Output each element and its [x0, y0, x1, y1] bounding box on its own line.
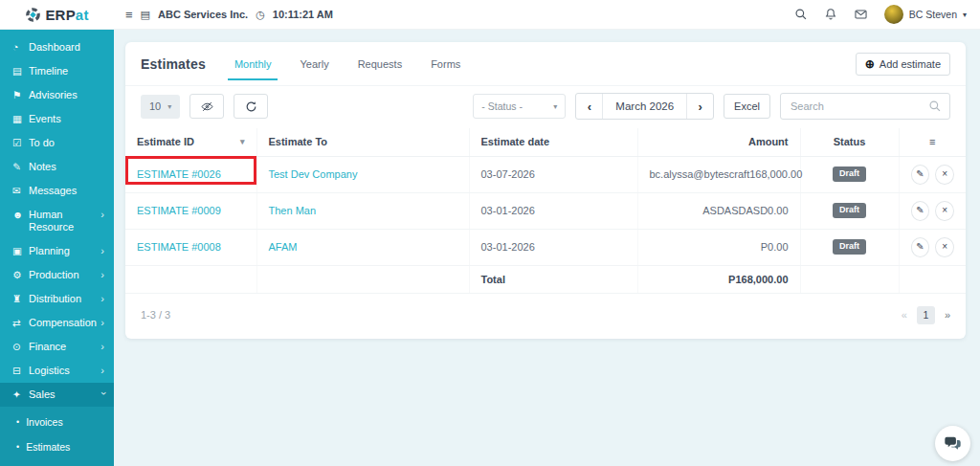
estimate-to-link[interactable]: AFAM	[269, 241, 298, 253]
page-size-select[interactable]: 10 ▾	[141, 95, 180, 119]
status-filter-value: - Status -	[481, 100, 523, 112]
user-menu[interactable]: BC Steven ▾	[884, 5, 967, 24]
estimate-id-link[interactable]: ESTIMATE #0008	[137, 241, 221, 253]
sidebar-subitem-estimates[interactable]: • Estimates	[0, 434, 114, 459]
sidebar-item-events[interactable]: ▦ Events	[0, 107, 114, 131]
estimate-id-link[interactable]: ESTIMATE #0026	[137, 168, 221, 180]
todo-checkbox-icon: ☑	[12, 137, 29, 149]
total-amount: P168,000.00	[637, 265, 800, 293]
table-row: ESTIMATE #0009 Then Man 03-01-2026 ASDAS…	[125, 192, 966, 229]
col-header-amount[interactable]: Amount	[637, 128, 800, 156]
sidebar-item-advisories[interactable]: ⚑ Advisories	[0, 83, 114, 107]
logo-gear-icon	[25, 7, 41, 23]
edit-button[interactable]: ✎	[911, 237, 930, 257]
sidebar-item-label: To do	[29, 137, 107, 149]
col-header-estimate-id[interactable]: Estimate ID ▾	[125, 128, 256, 156]
planning-icon: ▣	[12, 245, 29, 257]
sidebar: ◔ Dashboard ▤ Timeline ⚑ Advisories ▦ Ev…	[0, 30, 114, 466]
delete-button[interactable]: ×	[935, 237, 954, 257]
chat-button[interactable]	[935, 426, 970, 461]
add-estimate-button[interactable]: ⊕ Add estimate	[856, 53, 950, 76]
col-header-estimate-date[interactable]: Estimate date	[469, 128, 637, 156]
sidebar-toggle-icon[interactable]: ≡	[125, 8, 133, 22]
col-header-status[interactable]: Status	[800, 128, 899, 156]
estimate-to-link[interactable]: Then Man	[269, 205, 317, 216]
logo-text: ERPat	[45, 7, 88, 23]
sidebar-subitem-items[interactable]: • Items	[0, 459, 114, 466]
sidebar-item-label: Planning	[29, 245, 100, 257]
sidebar-item-label: Timeline	[29, 65, 107, 78]
sidebar-item-label: Events	[29, 113, 107, 125]
col-header-estimate-to[interactable]: Estimate To	[256, 128, 469, 156]
current-time: 10:11:21 AM	[273, 9, 333, 20]
sidebar-item-messages[interactable]: ✉ Messages	[0, 179, 114, 203]
chat-bubbles-icon	[945, 436, 961, 451]
sidebar-item-compensation[interactable]: ⇄ Compensation ›	[0, 311, 114, 335]
chevron-down-icon: ›	[98, 391, 110, 398]
next-month-button[interactable]: ›	[687, 94, 713, 119]
chevron-right-icon: ›	[100, 365, 107, 377]
edit-button[interactable]: ✎	[911, 165, 930, 185]
sidebar-item-label: Production	[29, 269, 100, 281]
production-gear-icon: ⚙	[12, 269, 29, 281]
app-logo[interactable]: ERPat	[0, 7, 114, 23]
sidebar-item-dashboard[interactable]: ◔ Dashboard	[0, 35, 114, 59]
events-calendar-icon: ▦	[12, 113, 29, 125]
chevron-right-icon: ›	[100, 209, 107, 221]
sidebar-item-distribution[interactable]: ♜ Distribution ›	[0, 287, 114, 311]
tab-yearly[interactable]: Yearly	[300, 58, 328, 70]
page-size-value: 10	[149, 100, 161, 112]
chevron-down-icon: ▾	[963, 11, 967, 19]
human-resource-icon: ☻	[12, 209, 29, 221]
card-footer: 1-3 / 3 « 1 »	[125, 294, 966, 339]
tab-monthly[interactable]: Monthly	[234, 58, 272, 70]
status-badge: Draft	[833, 166, 866, 182]
sidebar-item-sales[interactable]: ✦ Sales ›	[0, 383, 114, 407]
tab-requests[interactable]: Requests	[358, 58, 402, 70]
search-icon[interactable]	[794, 8, 808, 21]
logistics-truck-icon: ⊟	[12, 365, 29, 377]
sidebar-item-label: Human Resource	[29, 209, 100, 233]
edit-button[interactable]: ✎	[911, 201, 930, 221]
sidebar-item-label: Advisories	[29, 89, 107, 101]
sidebar-subitem-label: Estimates	[26, 441, 70, 453]
sidebar-item-finance[interactable]: ⊙ Finance ›	[0, 335, 114, 359]
messages-envelope-icon[interactable]	[854, 8, 868, 21]
pagination-prev-icon[interactable]: «	[902, 309, 907, 321]
previous-month-button[interactable]: ‹	[576, 94, 602, 119]
chevron-right-icon: ›	[100, 293, 107, 305]
pagination-next-icon[interactable]: »	[945, 309, 950, 321]
search-input[interactable]	[781, 94, 917, 119]
status-filter-select[interactable]: - Status - ▾	[473, 94, 566, 119]
sidebar-item-production[interactable]: ⚙ Production ›	[0, 263, 114, 287]
messages-envelope-icon: ✉	[12, 185, 29, 197]
sidebar-item-logistics[interactable]: ⊟ Logistics ›	[0, 359, 114, 383]
sidebar-item-planning[interactable]: ▣ Planning ›	[0, 239, 114, 263]
table-toolbar: 10 ▾ - Statu	[125, 86, 966, 128]
sidebar-item-timeline[interactable]: ▤ Timeline	[0, 59, 114, 83]
status-badge: Draft	[833, 203, 866, 218]
add-estimate-label: Add estimate	[880, 58, 941, 70]
page-title: Estimates	[141, 56, 206, 72]
estimate-id-link[interactable]: ESTIMATE #0009	[137, 205, 221, 216]
sidebar-item-notes[interactable]: ✎ Notes	[0, 155, 114, 179]
finance-icon: ⊙	[12, 341, 29, 353]
tab-forms[interactable]: Forms	[431, 58, 460, 70]
delete-button[interactable]: ×	[935, 201, 954, 221]
refresh-icon	[245, 100, 257, 113]
refresh-button[interactable]	[234, 94, 268, 119]
estimates-table: Estimate ID ▾ Estimate To Estimate date …	[125, 128, 966, 294]
delete-button[interactable]: ×	[935, 165, 954, 185]
export-excel-button[interactable]: Excel	[724, 94, 770, 119]
dashboard-icon: ◔	[12, 41, 29, 54]
sidebar-item-label: Messages	[29, 185, 107, 197]
estimate-to-link[interactable]: Test Dev Company	[269, 168, 358, 180]
sidebar-item-human-resource[interactable]: ☻ Human Resource ›	[0, 203, 114, 239]
notifications-bell-icon[interactable]	[824, 8, 837, 21]
sidebar-subitem-invoices[interactable]: • Invoices	[0, 410, 114, 434]
sidebar-item-todo[interactable]: ☑ To do	[0, 131, 114, 155]
plus-circle-icon: ⊕	[865, 58, 875, 70]
toggle-columns-visibility-button[interactable]	[189, 94, 224, 119]
table-header-row: Estimate ID ▾ Estimate To Estimate date …	[125, 128, 966, 156]
pagination-page-1[interactable]: 1	[917, 306, 935, 324]
